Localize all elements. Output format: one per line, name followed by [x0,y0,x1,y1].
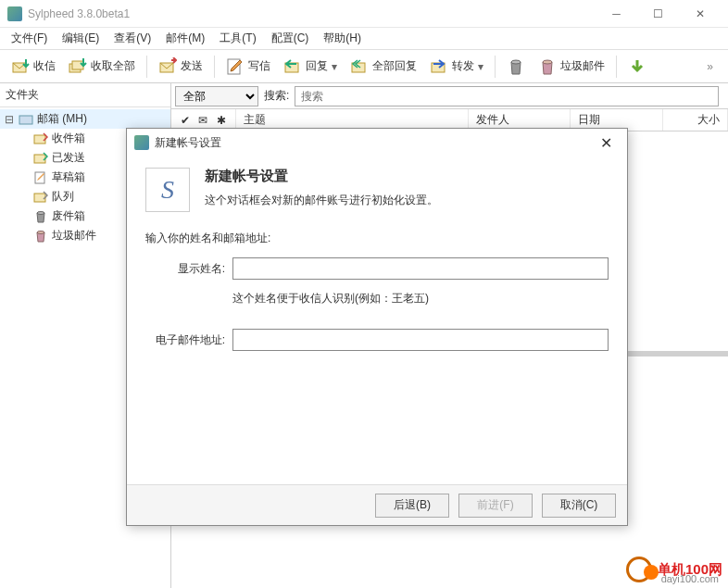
watermark-logo-icon [626,557,652,582]
menu-help[interactable]: 帮助(H) [316,28,369,49]
menubar: 文件(F) 编辑(E) 查看(V) 邮件(M) 工具(T) 配置(C) 帮助(H… [0,28,728,50]
svg-point-8 [511,60,521,64]
toolbar-separator [495,56,496,78]
compose-icon [226,57,245,76]
svg-rect-12 [34,155,45,163]
mailbox-icon [19,112,33,127]
folder-label: 垃圾邮件 [52,228,96,244]
receive-all-label: 收取全部 [91,58,135,74]
cancel-button[interactable]: 取消(C) [542,494,616,518]
reply-label: 回复 [306,58,328,74]
window-titlebar: Sylpheed 3.8.0beta1 ─ ☐ ✕ [0,0,728,28]
filter-bar: 全部 搜索: [171,83,728,109]
menu-tools[interactable]: 工具(T) [212,28,263,49]
trash-folder-icon [33,209,48,224]
dialog-button-bar: 后退(B) 前进(F) 取消(C) [127,484,627,525]
inbox-icon [33,131,48,146]
send-icon [158,57,177,76]
svg-rect-10 [19,116,32,124]
folder-label: 废件箱 [52,208,85,224]
receive-label: 收信 [33,58,56,74]
toolbar: 收信 收取全部 发送 写信 回复 ▾ 全部回复 转发 ▾ 垃圾邮件 » [0,50,728,83]
email-input[interactable] [232,329,609,351]
sent-icon [33,151,48,166]
maximize-button[interactable]: ☐ [637,0,679,28]
folder-label: 队列 [52,189,74,205]
folder-root-label: 邮箱 (MH) [37,111,87,127]
search-label: 搜索: [264,88,289,104]
reply-dropdown-icon[interactable]: ▾ [332,60,337,73]
trash-icon [507,57,525,76]
reply-button[interactable]: 回复 ▾ [278,54,343,80]
tree-collapse-icon[interactable]: ⊟ [4,113,15,126]
check-column-icon: ✔ [181,114,190,127]
window-title: Sylpheed 3.8.0beta1 [28,7,596,20]
junk-button[interactable]: 垃圾邮件 [533,54,610,80]
junk-label: 垃圾邮件 [560,58,605,74]
menu-mail[interactable]: 邮件(M) [158,28,212,49]
sylpheed-logo-icon: S [145,168,190,212]
scope-select[interactable]: 全部 [175,86,258,106]
send-button[interactable]: 发送 [153,54,208,80]
reply-all-button[interactable]: 全部回复 [345,54,422,80]
reply-icon [283,57,302,76]
menu-config[interactable]: 配置(C) [264,28,317,49]
folder-label: 草稿箱 [52,169,85,185]
forward-button[interactable]: 前进(F) [458,494,533,518]
flag-column-icon: ✉ [198,114,207,127]
dialog-titlebar: 新建帐号设置 ✕ [127,129,627,156]
menu-edit[interactable]: 编辑(E) [55,28,107,49]
display-name-label: 显示姓名: [145,261,225,277]
menu-view[interactable]: 查看(V) [107,28,158,49]
display-name-hint: 这个姓名便于收信人识别(例如：王老五) [232,291,609,307]
toolbar-overflow-button[interactable]: » [697,56,722,77]
folder-label: 已发送 [52,150,85,166]
forward-dropdown-icon[interactable]: ▾ [478,60,483,73]
attach-column-icon: ✱ [217,114,226,127]
svg-point-9 [543,60,552,64]
toolbar-separator [616,56,617,78]
sidebar-header: 文件夹 [0,83,170,107]
svg-point-16 [37,231,44,233]
receive-all-button[interactable]: 收取全部 [63,54,141,80]
dialog-title: 新建帐号设置 [155,135,592,151]
minimize-button[interactable]: ─ [596,0,637,28]
junk-folder-icon [33,229,48,244]
size-column[interactable]: 大小 [663,109,728,131]
reply-all-icon [350,57,369,76]
queue-icon [33,190,48,205]
folder-root[interactable]: ⊟ 邮箱 (MH) [0,109,170,129]
watermark-url: dayi100.com [661,573,719,584]
email-label: 电子邮件地址: [145,332,225,348]
delete-button[interactable] [501,54,531,80]
display-name-input[interactable] [232,257,609,280]
forward-icon [430,57,448,76]
compose-label: 写信 [248,58,270,74]
watermark: 单机100网 dayi100.com [626,557,722,582]
dialog-app-icon [134,135,149,150]
svg-rect-11 [34,135,45,144]
toolbar-separator [214,56,215,78]
dialog-prompt: 输入你的姓名和邮箱地址: [145,231,609,246]
search-input[interactable] [295,86,719,106]
next-arrow-icon [628,57,646,76]
forward-label: 转发 [452,58,474,74]
drafts-icon [33,170,48,185]
menu-file[interactable]: 文件(F) [4,28,55,49]
forward-button[interactable]: 转发 ▾ [424,54,489,80]
svg-point-15 [37,211,44,214]
receive-button[interactable]: 收信 [6,54,61,80]
svg-rect-14 [34,194,45,202]
folder-label: 收件箱 [52,131,85,146]
compose-button[interactable]: 写信 [220,54,276,80]
receive-icon [11,57,30,76]
receive-all-icon [69,57,87,76]
junk-icon [538,57,557,76]
send-label: 发送 [181,58,203,74]
dialog-close-button[interactable]: ✕ [592,134,620,152]
next-button[interactable] [622,54,652,80]
back-button[interactable]: 后退(B) [375,494,449,518]
dialog-heading: 新建帐号设置 [205,168,438,185]
dialog-description: 这个对话框会对新的邮件账号进行初始化设置。 [205,193,438,208]
close-button[interactable]: ✕ [679,0,721,28]
